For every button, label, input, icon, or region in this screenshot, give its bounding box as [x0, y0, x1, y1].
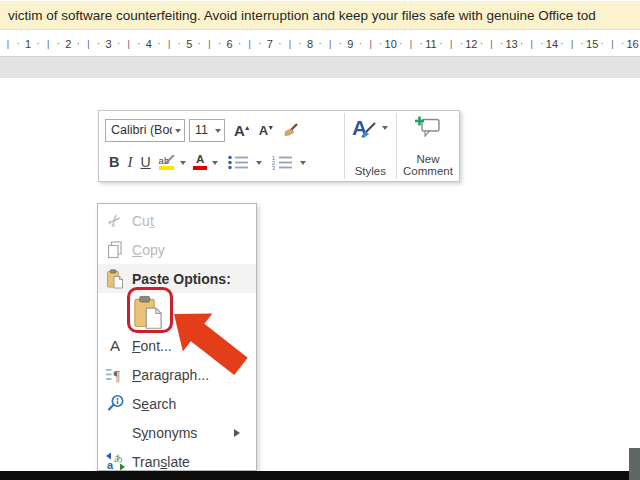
bottom-black-bar [0, 471, 640, 480]
menu-item-label: Translate [132, 454, 190, 470]
mini-toolbar-left-group: Calibri (Body) 11 A▲ A▼ [99, 111, 344, 181]
menu-item-translate[interactable]: あaTranslate [98, 447, 256, 471]
numbering-button[interactable]: 1 2 3 [268, 154, 296, 171]
ruler-dot: · [177, 32, 181, 56]
mini-toolbar-bottom-row: B I U ab A [105, 147, 342, 177]
ruler-dot: · [218, 32, 222, 56]
ruler-dot: · [298, 32, 302, 56]
translate-icon: あa [106, 452, 125, 471]
font-size-combobox[interactable]: 11 [189, 119, 225, 142]
chevron-down-icon [215, 129, 221, 136]
ruler-tick: | [289, 32, 291, 56]
notice-text: victim of software counterfeiting. Avoid… [0, 8, 596, 23]
ruler-tick: | [410, 32, 412, 56]
menu-item-search[interactable]: Search [98, 389, 256, 418]
highlight-icon: ab [159, 155, 176, 165]
ruler-tick: | [168, 32, 170, 56]
new-comment-label: New Comment [401, 153, 455, 177]
ruler-dot: · [76, 32, 80, 56]
format-painter-button[interactable] [279, 121, 302, 139]
menu-icon-cell [98, 269, 132, 289]
ruler-dot: · [419, 32, 423, 56]
highlight-color-swatch [159, 166, 174, 170]
ruler-tick: | [128, 32, 130, 56]
ruler-number: 8 [307, 32, 313, 56]
ruler-number: 5 [186, 32, 192, 56]
ruler-tick: | [7, 32, 9, 56]
paste-clipboard-icon [106, 269, 124, 289]
ruler-dot: · [600, 32, 604, 56]
menu-item-label: Cut [132, 213, 154, 229]
new-comment-icon [415, 116, 441, 137]
ruler-dot: · [580, 32, 584, 56]
search-icon [106, 394, 125, 413]
ruler-tick: | [87, 32, 89, 56]
ruler-tick: | [450, 32, 452, 56]
italic-button[interactable]: I [124, 153, 135, 172]
format-painter-icon [282, 122, 299, 138]
font-size-value: 11 [195, 123, 208, 137]
ruler-dot: · [621, 32, 625, 56]
ruler-number: 13 [505, 32, 517, 56]
caret-up-icon: ▲ [244, 124, 251, 131]
ruler-dot: · [339, 32, 343, 56]
bold-letter: B [109, 154, 119, 170]
chevron-down-icon[interactable] [256, 161, 262, 168]
chevron-down-icon[interactable] [180, 161, 186, 168]
menu-item-synonyms[interactable]: Synonyms [98, 418, 256, 447]
ruler-tick: | [571, 32, 573, 56]
menu-icon-cell: ¶ [98, 367, 132, 383]
ribbon-document-gap [0, 56, 640, 78]
ruler-dot: · [197, 32, 201, 56]
ruler-number: 3 [106, 32, 112, 56]
ruler-dot: · [258, 32, 262, 56]
ruler-dot: · [97, 32, 101, 56]
annotation-arrow-icon [162, 294, 262, 386]
ruler-dot: · [117, 32, 121, 56]
menu-item-label: Synonyms [132, 425, 197, 441]
ruler-number: 4 [146, 32, 152, 56]
ruler-dot: · [560, 32, 564, 56]
caret-down-icon: ▼ [267, 124, 274, 131]
ruler-number: 7 [267, 32, 273, 56]
ruler-number: 6 [226, 32, 232, 56]
new-comment-button[interactable]: New Comment [397, 111, 459, 181]
menu-item-label: Search [132, 396, 176, 412]
svg-text:a: a [107, 459, 114, 471]
underline-letter: U [140, 154, 150, 170]
ruler-tick: | [369, 32, 371, 56]
menu-item-label: Paste Options: [132, 271, 231, 287]
font-letter-icon: A [110, 337, 120, 354]
ruler-dot: · [399, 32, 403, 56]
shrink-font-button[interactable]: A▼ [256, 122, 277, 139]
menu-item-label: Copy [132, 242, 165, 258]
ruler-tick: | [208, 32, 210, 56]
ruler-number: 12 [465, 32, 477, 56]
ruler-dot: · [379, 32, 383, 56]
font-color-button[interactable]: A [193, 154, 207, 170]
menu-icon-cell: A [98, 337, 132, 354]
svg-text:あ: あ [114, 453, 123, 463]
submenu-arrow-icon [234, 429, 244, 437]
bullets-button[interactable] [224, 154, 252, 171]
scissors-icon: ✂ [103, 209, 126, 231]
menu-icon-cell [98, 241, 132, 259]
ruler-number: 10 [385, 32, 397, 56]
styles-button[interactable]: A Styles [345, 111, 396, 181]
font-name-combobox[interactable]: Calibri (Body) [105, 119, 185, 142]
chevron-down-icon [382, 126, 388, 133]
ruler-dot: · [540, 32, 544, 56]
bold-button[interactable]: B [106, 153, 122, 171]
ruler-number: 15 [586, 32, 598, 56]
menu-item-cut: ✂Cut [98, 206, 256, 235]
svg-text:3: 3 [272, 164, 275, 169]
grow-font-button[interactable]: A▲ [231, 122, 254, 139]
underline-button[interactable]: U [137, 153, 153, 171]
ruler-dot: · [359, 32, 363, 56]
ruler-tick: | [611, 32, 613, 56]
ruler-dot: · [157, 32, 161, 56]
ruler-dot: · [56, 32, 60, 56]
chevron-down-icon[interactable] [300, 161, 306, 168]
text-highlight-color-button[interactable]: ab [159, 155, 176, 170]
chevron-down-icon[interactable] [212, 161, 218, 168]
